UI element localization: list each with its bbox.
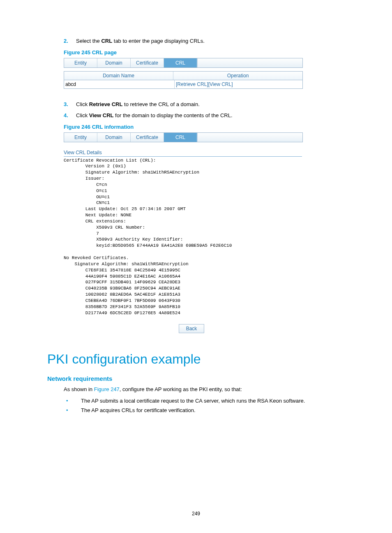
step-number: 2. (64, 37, 76, 45)
network-requirements-heading: Network requirements (47, 375, 351, 382)
fig246-tabs: Entity Domain Certificate CRL (64, 132, 303, 142)
step-text: Click Retrieve CRL to retrieve the CRL o… (76, 100, 200, 109)
crl-details-text: Certificate Revocation List (CRL): Versi… (64, 158, 351, 316)
step-3: 3. Click Retrieve CRL to retrieve the CR… (64, 100, 351, 109)
step-2: 2. Select the CRL tab to enter the page … (64, 37, 351, 45)
pki-heading: PKI configuration example (47, 352, 351, 367)
col-domain-name: Domain Name (64, 72, 173, 80)
tab-spacer (197, 58, 302, 67)
cell-domain-name: abcd (64, 80, 175, 88)
back-button[interactable]: Back (179, 324, 204, 333)
view-crl-details-label: View CRL Details (64, 150, 351, 155)
figure-245-caption: Figure 245 CRL page (64, 49, 351, 56)
cell-operation: [Retrieve CRL][View CRL] (175, 80, 302, 88)
col-operation: Operation (173, 72, 302, 80)
table-row: abcd [Retrieve CRL][View CRL] (64, 80, 303, 89)
list-item: • The AP submits a local certificate req… (64, 397, 351, 406)
tab-certificate[interactable]: Certificate (131, 133, 164, 142)
tab-certificate[interactable]: Certificate (131, 58, 164, 67)
tab-spacer (197, 133, 302, 142)
tab-entity[interactable]: Entity (64, 58, 97, 67)
tab-crl[interactable]: CRL (164, 58, 197, 67)
tab-domain[interactable]: Domain (97, 58, 131, 67)
bullet-icon: • (64, 397, 81, 406)
view-crl-link[interactable]: [View CRL] (208, 81, 233, 87)
step-4: 4. Click View CRL for the domain to disp… (64, 111, 351, 120)
fig245-tabs: Entity Domain Certificate CRL (64, 58, 303, 68)
bullet-text: The AP submits a local certificate reque… (81, 397, 305, 406)
tab-entity[interactable]: Entity (64, 133, 97, 142)
tab-domain[interactable]: Domain (97, 133, 131, 142)
intro-text: As shown in Figure 247, configure the AP… (64, 385, 351, 394)
step-number: 4. (64, 111, 76, 120)
divider (64, 156, 302, 157)
step-text: Click View CRL for the domain to display… (76, 111, 233, 120)
bullet-text: The AP acquires CRLs for certificate ver… (81, 406, 196, 415)
bullet-icon: • (64, 406, 81, 415)
figure-246-caption: Figure 246 CRL information (64, 124, 351, 130)
step-text: Select the CRL tab to enter the page dis… (76, 37, 205, 45)
retrieve-crl-link[interactable]: [Retrieve CRL] (176, 81, 208, 87)
page-number: 249 (0, 511, 392, 517)
tab-crl[interactable]: CRL (164, 133, 197, 142)
list-item: • The AP acquires CRLs for certificate v… (64, 406, 351, 415)
step-number: 3. (64, 100, 76, 109)
figure-247-link[interactable]: Figure 247 (94, 386, 120, 392)
fig245-table-header: Domain Name Operation (64, 71, 303, 80)
